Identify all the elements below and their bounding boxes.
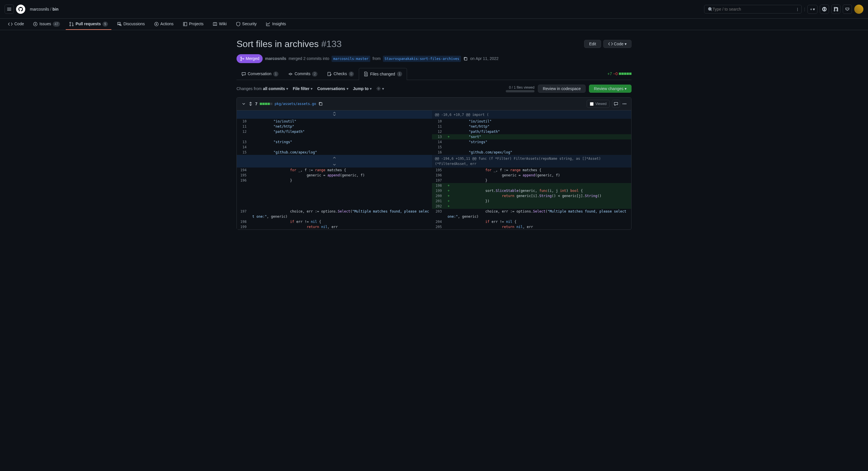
issue-icon	[33, 22, 38, 26]
page-title: Sort files in archives #133	[237, 37, 342, 51]
file-diffstat	[260, 103, 272, 105]
svg-rect-19	[319, 103, 322, 105]
shield-icon	[236, 22, 241, 26]
chevron-down-icon[interactable]	[241, 102, 246, 106]
create-new-button[interactable]: + ▾	[807, 5, 817, 14]
copy-icon[interactable]	[318, 102, 323, 106]
from-word: from	[373, 56, 381, 62]
issues-button[interactable]	[820, 5, 829, 14]
discussion-icon	[117, 22, 122, 26]
merge-text: merged 2 commits into	[288, 56, 329, 62]
gear-icon	[376, 86, 381, 91]
svg-point-7	[70, 22, 71, 23]
expand-hunk-button[interactable]	[237, 110, 432, 119]
file-diff-icon	[364, 72, 368, 76]
issues-count: 47	[53, 22, 60, 27]
kebab-menu[interactable]: •••	[622, 101, 627, 107]
search-box[interactable]: |	[704, 5, 802, 13]
github-icon	[19, 7, 23, 11]
files-viewed: 0 / 1 files viewed	[506, 85, 534, 92]
search-slash-divider: |	[797, 6, 798, 12]
github-logo[interactable]	[16, 5, 25, 14]
pr-number: #133	[321, 39, 342, 49]
tab-files-changed[interactable]: Files changed 1	[359, 68, 407, 80]
comment-button[interactable]	[612, 100, 620, 108]
status-badge: Merged	[237, 54, 262, 63]
settings-dropdown[interactable]: ▾	[376, 86, 384, 92]
comment-icon	[614, 102, 618, 106]
caret-down-icon: ▾	[625, 42, 627, 46]
expand-hunk-button[interactable]	[237, 155, 432, 168]
review-codespace-button[interactable]: Review in codespace	[538, 85, 586, 93]
breadcrumb-repo[interactable]: bin	[53, 6, 59, 12]
caret-down-icon: ▾	[382, 86, 384, 92]
review-changes-button[interactable]: Review changes ▾	[589, 85, 631, 93]
nav-insights[interactable]: Insights	[262, 19, 289, 30]
pull-request-icon	[69, 22, 74, 26]
avatar[interactable]	[854, 5, 863, 14]
nav-issues[interactable]: Issues 47	[30, 19, 63, 30]
nav-projects[interactable]: Projects	[179, 19, 207, 30]
merge-icon	[240, 57, 245, 61]
hamburger-icon	[7, 7, 11, 11]
nav-discussions[interactable]: Discussions	[114, 19, 148, 30]
expand-icon[interactable]	[248, 102, 253, 106]
pull-request-icon	[834, 7, 838, 11]
edit-button[interactable]: Edit	[584, 40, 601, 48]
nav-actions[interactable]: Actions	[151, 19, 177, 30]
svg-point-13	[241, 60, 242, 61]
pr-author[interactable]: marcosnils	[265, 56, 286, 62]
conversations-dropdown[interactable]: Conversations ▾	[317, 86, 348, 92]
search-input[interactable]	[712, 7, 797, 11]
base-branch[interactable]: marcosnils:master	[332, 56, 370, 62]
tab-checks[interactable]: Checks 0	[322, 68, 359, 80]
commit-icon	[288, 72, 293, 76]
caret-down-icon: ▾	[346, 86, 348, 92]
svg-point-12	[241, 57, 242, 58]
code-icon	[8, 22, 12, 26]
hunk-header: @@ -10,6 +10,7 @@ import (	[432, 110, 631, 119]
nav-security[interactable]: Security	[232, 19, 260, 30]
nav-code[interactable]: Code	[5, 19, 27, 30]
nav-wiki[interactable]: Wiki	[209, 19, 230, 30]
viewed-checkbox[interactable]: Viewed	[587, 100, 610, 108]
breadcrumb-sep: /	[50, 6, 51, 12]
changes-from-dropdown[interactable]: Changes from all commits ▾	[237, 86, 288, 92]
hamburger-menu[interactable]	[5, 5, 14, 14]
notifications-button[interactable]	[843, 5, 852, 14]
diffstat: +7 −0	[608, 71, 631, 77]
nav-pull-requests[interactable]: Pull requests 5	[66, 19, 112, 30]
svg-point-3	[834, 10, 835, 11]
comment-icon	[241, 72, 246, 76]
divider: |	[804, 6, 805, 12]
project-icon	[183, 22, 187, 26]
inbox-icon	[845, 7, 849, 11]
pull-requests-button[interactable]	[831, 5, 840, 14]
svg-point-14	[243, 58, 244, 59]
code-icon	[608, 42, 613, 46]
tab-conversation[interactable]: Conversation 1	[237, 68, 283, 80]
breadcrumb: marcosnils / bin	[30, 6, 59, 12]
file-diff: 7 pkg/assets/assets.go Viewed •••	[237, 97, 631, 230]
book-icon	[213, 22, 217, 26]
head-branch[interactable]: Stavrospanakakis:sort-files-archives	[383, 56, 461, 62]
pr-count: 5	[102, 22, 108, 27]
svg-point-16	[290, 73, 291, 75]
file-path[interactable]: pkg/assets/assets.go	[275, 101, 316, 106]
svg-point-18	[378, 88, 379, 90]
caret-down-icon: ▾	[286, 86, 288, 92]
unfold-down-icon	[332, 161, 337, 166]
file-filter-dropdown[interactable]: File filter ▾	[293, 86, 313, 92]
jump-to-dropdown[interactable]: Jump to ▾	[353, 86, 372, 92]
caret-down-icon: ▾	[370, 86, 372, 92]
caret-down-icon: ▾	[311, 86, 313, 92]
svg-point-6	[35, 24, 36, 25]
play-icon	[154, 22, 159, 26]
checklist-icon	[327, 72, 332, 76]
copy-icon[interactable]	[463, 57, 468, 61]
viewed-input[interactable]	[590, 102, 594, 106]
code-dropdown-button[interactable]: Code ▾	[603, 40, 631, 48]
breadcrumb-owner[interactable]: marcosnils	[30, 6, 49, 12]
tab-commits[interactable]: Commits 2	[283, 68, 322, 80]
svg-point-8	[70, 25, 71, 26]
